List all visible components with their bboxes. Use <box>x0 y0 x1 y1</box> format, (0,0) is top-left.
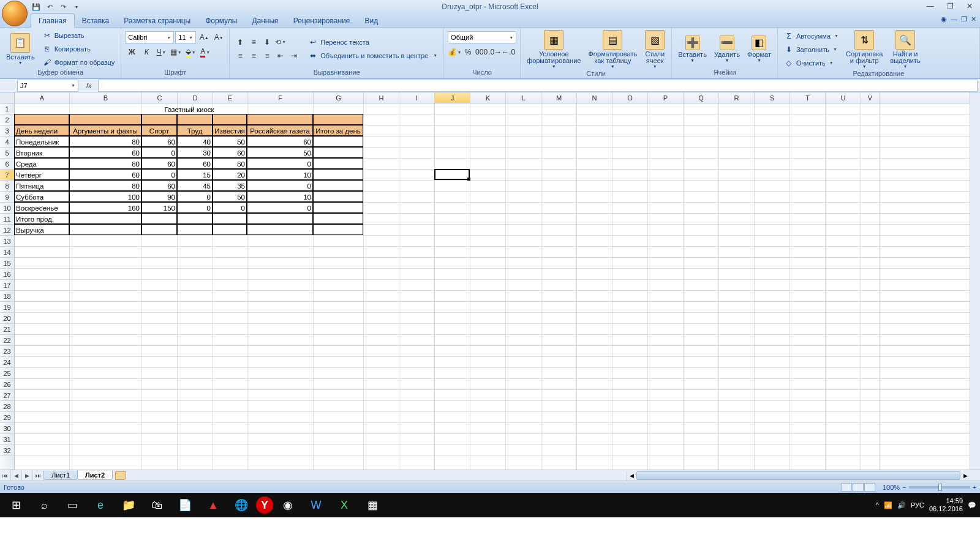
row-header[interactable]: 2 <box>0 114 14 126</box>
formula-input[interactable] <box>98 80 978 92</box>
zoom-level[interactable]: 100% <box>883 484 900 491</box>
align-center-button[interactable]: ≡ <box>247 50 260 62</box>
cell[interactable]: Четверг <box>14 169 69 180</box>
excel-icon[interactable]: X <box>331 493 358 517</box>
grow-font-button[interactable]: A▲ <box>197 31 211 43</box>
row-header[interactable]: 14 <box>0 247 14 258</box>
maximize-button[interactable]: ❐ <box>942 1 958 11</box>
col-header[interactable]: K <box>470 92 506 103</box>
row-header[interactable]: 10 <box>0 203 14 214</box>
cell[interactable]: 35 <box>213 180 247 191</box>
cell[interactable] <box>247 213 313 224</box>
sheet-tab[interactable]: Лист1 <box>43 471 78 480</box>
cell[interactable] <box>177 224 213 235</box>
cell[interactable] <box>141 224 177 235</box>
cell[interactable]: Российская газета <box>247 125 313 136</box>
cell[interactable]: 60 <box>141 158 177 169</box>
normal-view-button[interactable] <box>841 483 852 492</box>
col-header[interactable]: R <box>719 92 755 103</box>
col-header[interactable]: N <box>577 92 612 103</box>
autosum-button[interactable]: ΣАвтосумма▼ <box>782 30 841 42</box>
cell[interactable]: 10 <box>247 169 313 180</box>
row-header[interactable]: 19 <box>0 302 14 313</box>
col-header[interactable]: E <box>213 92 247 103</box>
sheet-nav-prev-icon[interactable]: ◀ <box>11 471 22 481</box>
row-header[interactable]: 29 <box>0 412 14 423</box>
cell[interactable]: 80 <box>69 180 141 191</box>
col-header[interactable]: I <box>399 92 435 103</box>
cell[interactable]: 150 <box>141 202 177 213</box>
col-header[interactable]: G <box>314 92 364 103</box>
row-header[interactable]: 20 <box>0 313 14 324</box>
cell[interactable] <box>313 169 363 180</box>
cell[interactable]: 50 <box>213 191 247 202</box>
cell[interactable]: Воскресенье <box>14 202 69 213</box>
cell[interactable]: 0 <box>213 202 247 213</box>
currency-button[interactable]: 💰▼ <box>448 46 461 58</box>
yandex-icon[interactable]: Y <box>256 497 273 514</box>
row-header[interactable]: 3 <box>0 126 14 137</box>
cell[interactable]: 160 <box>69 202 141 213</box>
cell[interactable] <box>313 202 363 213</box>
cell[interactable]: 50 <box>247 147 313 158</box>
cell[interactable] <box>69 224 141 235</box>
col-header[interactable]: M <box>541 92 577 103</box>
cell[interactable]: 45 <box>177 180 213 191</box>
spreadsheet-grid[interactable]: ABCDEFGHIJKLMNOPQRSTUV 12345678910111213… <box>0 92 980 470</box>
align-bottom-button[interactable]: ⬇ <box>260 36 274 48</box>
col-header[interactable]: O <box>612 92 648 103</box>
row-headers[interactable]: 1234567891011121314151617181920212223242… <box>0 103 15 470</box>
font-color-button[interactable]: A▼ <box>198 46 212 58</box>
row-header[interactable]: 6 <box>0 159 14 170</box>
column-headers[interactable]: ABCDEFGHIJKLMNOPQRSTUV <box>15 92 970 103</box>
cell[interactable] <box>247 114 313 125</box>
sort-filter-button[interactable]: ⇅Сортировка и фильтр▼ <box>843 29 885 70</box>
insert-cells-button[interactable]: ➕Вставить▼ <box>676 34 709 64</box>
bold-button[interactable]: Ж <box>125 46 138 58</box>
cell[interactable]: 40 <box>177 136 213 147</box>
format-as-table-button[interactable]: ▤Форматировать как таблицу▼ <box>586 29 639 70</box>
active-cell[interactable] <box>434 169 470 180</box>
page-break-view-button[interactable] <box>864 483 875 492</box>
edge-icon[interactable]: e <box>87 493 114 517</box>
cell[interactable]: 20 <box>213 169 247 180</box>
format-cells-button[interactable]: ◧Формат▼ <box>745 34 774 64</box>
tray-chevron-icon[interactable]: ^ <box>876 501 879 509</box>
app2-icon[interactable]: ▦ <box>359 493 386 517</box>
fx-icon[interactable]: fx <box>82 80 96 92</box>
volume-icon[interactable]: 🔊 <box>897 501 906 509</box>
horizontal-scrollbar[interactable]: ◀ ▶ <box>627 471 970 481</box>
col-header[interactable]: B <box>70 92 142 103</box>
decrease-decimals-button[interactable]: ←.0 <box>502 46 515 58</box>
ribbon-minimize-icon[interactable]: — <box>951 15 957 23</box>
close-button[interactable]: ✕ <box>962 1 978 11</box>
cell[interactable]: 60 <box>141 180 177 191</box>
cell[interactable] <box>69 114 141 125</box>
percent-button[interactable]: % <box>461 46 475 58</box>
cell[interactable] <box>14 114 69 125</box>
increase-decimals-button[interactable]: .0→ <box>488 46 502 58</box>
row-header[interactable]: 12 <box>0 225 14 236</box>
task-view-icon[interactable]: ▭ <box>59 493 86 517</box>
col-header[interactable]: D <box>178 92 213 103</box>
start-button[interactable]: ⊞ <box>2 493 29 517</box>
minimize-button[interactable]: — <box>922 1 938 11</box>
col-header[interactable]: A <box>15 92 70 103</box>
paste-button[interactable]: 📋 Вставить ▼ <box>4 32 37 66</box>
doc-close-icon[interactable]: ✕ <box>971 15 976 23</box>
zoom-out-button[interactable]: − <box>902 484 906 491</box>
col-header[interactable]: U <box>826 92 861 103</box>
row-header[interactable]: 1 <box>0 103 14 114</box>
format-painter-button[interactable]: 🖌Формат по образцу <box>40 56 118 69</box>
cell[interactable]: 0 <box>247 158 313 169</box>
search-icon[interactable]: ⌕ <box>31 493 58 517</box>
select-all-button[interactable] <box>0 92 15 103</box>
cell[interactable]: 90 <box>141 191 177 202</box>
row-header[interactable]: 5 <box>0 148 14 159</box>
pdf-icon[interactable]: ▲ <box>200 493 227 517</box>
indent-increase-button[interactable]: ⇥ <box>287 50 301 62</box>
row-header[interactable]: 25 <box>0 368 14 379</box>
cell[interactable]: 0 <box>141 147 177 158</box>
cell[interactable]: 50 <box>213 136 247 147</box>
cell[interactable] <box>313 158 363 169</box>
